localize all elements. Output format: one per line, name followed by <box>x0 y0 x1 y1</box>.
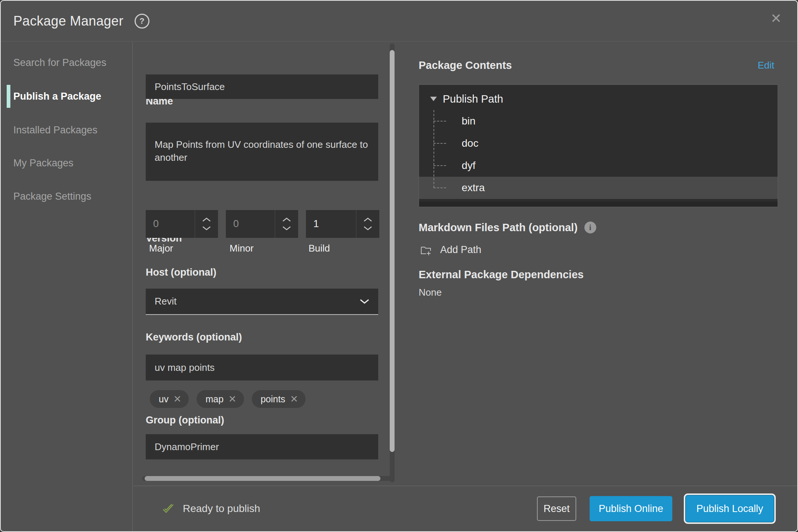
host-selected-value: Revit <box>155 296 177 307</box>
edit-link[interactable]: Edit <box>758 60 774 71</box>
package-contents-heading: Package Contents <box>419 59 512 72</box>
stepper-up-icon[interactable] <box>363 217 372 222</box>
version-minor-input[interactable] <box>226 210 275 238</box>
stepper-down-icon[interactable] <box>282 226 291 230</box>
version-steppers <box>146 210 379 238</box>
sidebar-item-installed-packages[interactable]: Installed Packages <box>13 124 98 136</box>
title-bar: Package Manager ? ✕ <box>1 1 797 41</box>
markdown-path-label: Markdown Files Path (optional) <box>419 221 578 234</box>
vertical-scrollbar <box>390 43 395 482</box>
info-icon[interactable]: i <box>584 222 596 233</box>
check-icon <box>162 503 175 514</box>
version-major-input[interactable] <box>146 210 195 238</box>
publish-locally-button[interactable]: Publish Locally <box>684 493 776 524</box>
dialog-title: Package Manager <box>13 13 123 29</box>
chevron-down-icon <box>360 299 369 304</box>
keyword-tags: uv ✕ map ✕ points ✕ <box>150 390 306 408</box>
tag-label: map <box>205 394 224 405</box>
stepper-down-icon[interactable] <box>202 226 211 230</box>
version-minor-spin <box>275 210 298 238</box>
add-path-button[interactable]: Add Path <box>420 244 481 256</box>
publish-form: Name Description Map Points from UV coor… <box>133 42 399 487</box>
markdown-path-row: Markdown Files Path (optional) i <box>419 221 596 234</box>
horizontal-scrollbar <box>142 476 394 481</box>
keyword-tag: points ✕ <box>252 390 306 408</box>
remove-tag-icon[interactable]: ✕ <box>173 394 181 404</box>
publish-online-button[interactable]: Publish Online <box>590 496 672 521</box>
sidebar-item-publish-package[interactable]: Publish a Package <box>13 90 101 103</box>
tag-label: points <box>261 394 286 405</box>
keywords-label: Keywords (optional) <box>146 331 242 343</box>
dependencies-heading: External Package Dependencies <box>419 268 584 281</box>
tree-node-label: bin <box>462 115 475 127</box>
tree-node-publish-path[interactable]: Publish Path <box>419 88 778 110</box>
major-label: Major <box>149 242 173 254</box>
keyword-tag: uv ✕ <box>150 390 189 408</box>
package-contents-panel: Package Contents Edit Publish Path bin d… <box>400 42 797 487</box>
group-label: Group (optional) <box>146 414 224 426</box>
stepper-down-icon[interactable] <box>363 226 372 230</box>
version-build-stepper <box>306 210 379 238</box>
sidebar-item-my-packages[interactable]: My Packages <box>13 157 73 169</box>
tree-node-dyf[interactable]: dyf <box>419 154 778 177</box>
host-label: Host (optional) <box>146 266 216 279</box>
minor-label: Minor <box>230 242 254 254</box>
help-icon[interactable]: ? <box>135 14 149 29</box>
footer-bar: Ready to publish Reset Publish Online Pu… <box>133 486 797 531</box>
sidebar-item-package-settings[interactable]: Package Settings <box>13 190 91 203</box>
horizontal-scrollbar-thumb[interactable] <box>145 476 380 481</box>
tree-bottom-strip <box>419 202 778 207</box>
version-major-spin <box>195 210 218 238</box>
tree-expander-icon[interactable] <box>430 97 437 101</box>
tree-node-label: extra <box>462 182 485 194</box>
remove-tag-icon[interactable]: ✕ <box>228 394 237 404</box>
tree-node-bin[interactable]: bin <box>419 110 778 132</box>
tree-node-doc[interactable]: doc <box>419 132 778 154</box>
version-build-spin <box>356 210 379 238</box>
description-input[interactable]: Map Points from UV coordinates of one su… <box>146 123 378 181</box>
sidebar: Search for Packages Publish a Package In… <box>1 42 133 531</box>
tree-node-label: doc <box>462 137 478 149</box>
stepper-up-icon[interactable] <box>202 217 211 222</box>
add-path-label: Add Path <box>440 244 481 256</box>
version-build-input[interactable] <box>306 210 356 238</box>
stepper-up-icon[interactable] <box>282 217 291 222</box>
package-manager-dialog: Package Manager ? ✕ Search for Packages … <box>0 0 798 532</box>
add-folder-icon <box>420 245 432 256</box>
package-contents-tree: Publish Path bin doc dyf extra <box>419 84 778 207</box>
remove-tag-icon[interactable]: ✕ <box>290 394 298 404</box>
dependencies-value: None <box>419 286 442 299</box>
vertical-scrollbar-thumb[interactable] <box>390 50 395 452</box>
name-input[interactable] <box>146 74 378 99</box>
active-item-accent-bar <box>7 85 10 108</box>
tree-node-label: Publish Path <box>443 93 503 105</box>
build-label: Build <box>309 242 330 254</box>
reset-button[interactable]: Reset <box>537 496 576 521</box>
version-minor-stepper <box>226 210 298 238</box>
group-input[interactable] <box>146 434 378 459</box>
tree-node-extra[interactable]: extra <box>419 177 778 199</box>
close-icon[interactable]: ✕ <box>771 12 782 25</box>
publish-status: Ready to publish <box>162 503 260 515</box>
status-text: Ready to publish <box>183 503 260 515</box>
keyword-tag: map ✕ <box>197 390 244 408</box>
tag-label: uv <box>159 394 168 405</box>
version-major-stepper <box>146 210 218 238</box>
tree-node-label: dyf <box>462 160 475 172</box>
host-select[interactable]: Revit <box>146 289 378 315</box>
keywords-input[interactable] <box>146 355 378 380</box>
sidebar-item-search-packages[interactable]: Search for Packages <box>13 56 106 69</box>
